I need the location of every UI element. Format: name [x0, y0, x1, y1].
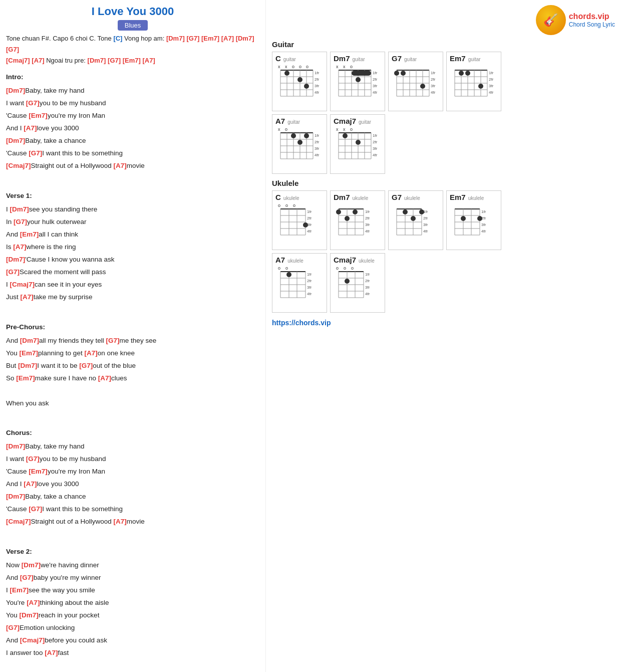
svg-text:2fr: 2fr [315, 77, 320, 82]
chord-C-ukulele: C ukulele o o o 1fr 2fr [272, 190, 327, 250]
lyrics-block: Intro: [Dm7]Baby, take my hand I want [G… [6, 71, 259, 672]
svg-point-165 [403, 209, 408, 214]
svg-point-117 [343, 133, 348, 138]
chord-G7-guitar: G7 guitar 1fr 2fr 3fr [388, 52, 443, 111]
chord-diagram-Dm7-ukulele: 1fr 2fr 3fr 4fr [334, 201, 374, 247]
intro-line: 'Cause [Em7]you're my Iron Man [6, 110, 259, 122]
chorus1-line: I want [G7]you to be my husband [6, 453, 259, 466]
verse2-line: And [Cmaj7]before you could ask [6, 634, 259, 647]
verse2-line: You [Dm7]reach in your pocket [6, 609, 259, 622]
chorus1-label: Chorus: [6, 427, 259, 439]
svg-text:x: x [278, 64, 280, 69]
svg-text:x: x [285, 64, 287, 69]
svg-text:1fr: 1fr [481, 209, 486, 214]
svg-text:1fr: 1fr [365, 272, 370, 277]
site-url[interactable]: https://chords.vip [272, 319, 615, 327]
chord-diagram-A7-guitar: x o 1fr 2fr 3fr 4fr [275, 125, 321, 170]
intro-line: And I [A7]love you 3000 [6, 122, 259, 135]
chord-diagram-Em7-guitar: 1fr 2fr 3fr 4fr [450, 63, 495, 108]
header-row: I Love You 3000 Blues [6, 5, 259, 29]
chorus1-line: And I [A7]love you 3000 [6, 478, 259, 491]
intro-line: [Dm7]Baby, take a chance [6, 135, 259, 147]
svg-text:3fr: 3fr [373, 84, 378, 88]
genre-label: Blues [118, 20, 148, 31]
svg-text:4fr: 4fr [431, 90, 436, 95]
svg-text:2fr: 2fr [489, 77, 494, 82]
svg-text:2fr: 2fr [315, 140, 320, 144]
svg-text:o: o [306, 64, 308, 69]
svg-text:1fr: 1fr [315, 71, 320, 75]
svg-point-166 [411, 216, 416, 221]
verse1-line: Just [A7]take me by surprise [6, 291, 259, 304]
svg-point-149 [336, 209, 341, 214]
svg-text:o: o [285, 127, 287, 132]
chorus1-line: [Dm7]Baby, take a chance [6, 491, 259, 503]
chord-A7-guitar: A7 guitar x o 1fr [272, 114, 327, 174]
chorus1-line: 'Cause [Em7]you're my Iron Man [6, 466, 259, 478]
ukulele-chord-grid-2: A7 ukulele o o 1fr 2fr [272, 253, 615, 313]
verse2-line: You're [A7]thinking about the aisle [6, 597, 259, 609]
svg-text:o: o [299, 64, 301, 69]
svg-text:3fr: 3fr [489, 84, 494, 88]
svg-text:4fr: 4fr [365, 229, 370, 234]
verse2-line: Now [Dm7]we're having dinner [6, 559, 259, 572]
svg-text:4fr: 4fr [315, 153, 320, 157]
chord-C-guitar: C guitar x x o o o [272, 52, 327, 111]
chorus1-line: [Dm7]Baby, take my hand [6, 440, 259, 453]
verse1-line: I [Dm7]see you standing there [6, 203, 259, 216]
svg-point-77 [465, 71, 470, 76]
svg-text:3fr: 3fr [315, 84, 320, 88]
logo-text: chords.vip Chord Song Lyric [569, 12, 615, 28]
svg-point-135 [303, 222, 308, 228]
svg-text:1fr: 1fr [489, 71, 494, 75]
chord-diagram-G7-ukulele: 1fr 2fr 3fr 4fr [392, 201, 432, 247]
intro-line: 'Cause [G7]I want this to be something [6, 147, 259, 160]
svg-text:2fr: 2fr [365, 216, 370, 220]
svg-text:4fr: 4fr [307, 292, 312, 296]
svg-point-78 [478, 84, 483, 89]
tone-info: Tone chuan F#. Capo 6 choi C. Tone [C] V… [6, 33, 259, 66]
svg-point-20 [284, 71, 289, 76]
chord-Cmaj7-guitar: Cmaj7 guitar x x o [330, 114, 385, 174]
svg-text:o: o [278, 266, 280, 271]
song-title: I Love You 3000 [6, 5, 259, 18]
svg-text:4fr: 4fr [481, 229, 486, 234]
prechorus1-line: But [Dm7]I want it to be [G7]out of the … [6, 360, 259, 372]
svg-text:3fr: 3fr [307, 285, 312, 290]
svg-text:x: x [343, 127, 346, 132]
svg-text:o: o [350, 127, 353, 132]
svg-text:4fr: 4fr [423, 229, 428, 234]
ukulele-section-title: Ukulele [272, 179, 615, 187]
guitar-chord-grid-2: A7 guitar x o 1fr [272, 114, 615, 174]
chord-panel: 🎸 chords.vip Chord Song Lyric Guitar C g… [265, 0, 621, 672]
chord-diagram-Cmaj7-guitar: x x o 1fr 2fr 3fr 4 [334, 125, 379, 170]
svg-point-181 [461, 216, 466, 221]
intro-label: Intro: [6, 71, 259, 84]
svg-point-21 [297, 77, 302, 82]
svg-text:o: o [336, 266, 339, 271]
svg-point-97 [297, 140, 302, 145]
chord-Dm7-guitar: Dm7 guitar x x o [330, 52, 385, 111]
svg-text:2fr: 2fr [373, 140, 378, 144]
chord-diagram-C-ukulele: o o o 1fr 2fr 3fr 4fr [275, 201, 316, 247]
chord-diagram-Dm7-guitar: x x o 1fr 2fr 3fr 4 [334, 63, 379, 108]
svg-text:1fr: 1fr [373, 71, 378, 75]
svg-text:1fr: 1fr [431, 71, 436, 75]
chord-Em7-guitar: Em7 guitar 1fr 2fr 3f [446, 52, 501, 111]
ukulele-chord-grid: C ukulele o o o 1fr 2fr [272, 190, 615, 250]
svg-text:o: o [350, 64, 353, 69]
verse1-label: Verse 1: [6, 190, 259, 202]
svg-point-215 [345, 279, 350, 284]
svg-text:2fr: 2fr [423, 216, 428, 220]
prechorus1-line: And [Dm7]all my friends they tell [G7]me… [6, 335, 259, 347]
intro-line: I want [G7]you to be my husband [6, 97, 259, 110]
svg-text:o: o [285, 203, 288, 208]
svg-text:x: x [343, 64, 346, 69]
chord-diagram-Em7-ukulele: 1fr 2fr 3fr 4fr [450, 201, 490, 247]
svg-text:3fr: 3fr [365, 222, 370, 227]
svg-point-60 [420, 84, 425, 89]
svg-point-150 [345, 216, 350, 221]
svg-text:o: o [292, 64, 294, 69]
svg-text:1fr: 1fr [315, 133, 320, 138]
verse1-line: In [G7]your hulk outerwear [6, 216, 259, 229]
